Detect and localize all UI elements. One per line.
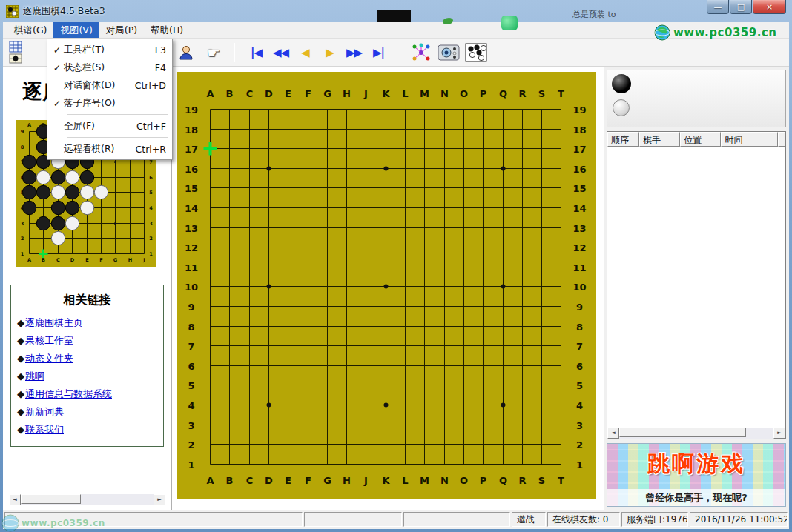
player-blue-icon[interactable] [174,41,198,64]
checkmark-icon: ✓ [50,62,64,73]
column-header-1[interactable]: 棋手 [639,132,680,147]
main-board-coordinate-label: 9 [188,301,194,312]
main-board[interactable]: AABBCCDDEEFFGGHHJJKKLLMMNNOOPPQQRRSSTT19… [177,72,596,499]
main-board-coordinate-label: 18 [185,124,198,135]
scrollbar-track[interactable] [619,428,773,439]
board-tool-icons[interactable] [9,41,22,64]
menu-item-3[interactable]: 帮助(H) [144,22,190,38]
main-board-coordinate-label: 1 [188,459,194,470]
maximize-button[interactable]: □ [730,0,752,14]
status-panel-3[interactable]: 邀战 [512,512,546,527]
main-board-coordinate-label: 17 [572,143,586,154]
link-row: ◆逐鹿围棋主页 [11,314,163,332]
main-board-coordinate-label: 8 [576,321,583,332]
menu-item-label: 落子序号(O) [64,97,159,110]
ad-banner[interactable]: 跳啊游戏 曾经你是高手，现在呢? [607,443,786,507]
scrollbar-thumb[interactable] [619,428,746,437]
main-board-coordinate-label: A [206,474,214,485]
sidebar-link-2[interactable]: 动态文件夹 [25,353,73,364]
main-board-coordinate-label: 10 [572,281,586,292]
main-board-coordinate-label: 18 [572,124,586,135]
main-board-coordinate-label: M [420,88,429,99]
view-menu-item-3[interactable]: ✓落子序号(O) [47,94,172,112]
status-panel-4: 在线棋友数: 0 [547,512,620,527]
main-board-coordinate-label: 5 [576,379,583,390]
stones-pattern-icon[interactable] [464,41,488,64]
network-icon[interactable] [409,41,433,64]
move-list-body[interactable] [607,147,785,428]
scroll-right-icon[interactable]: ► [773,428,785,439]
minimize-button[interactable]: — [707,0,729,14]
main-board-coordinate-label: B [226,88,234,99]
window-title: 逐鹿围棋4.5 Beta3 [23,5,105,18]
preview-board-coordinate-label: A [27,257,31,263]
main-board-coordinate-label: N [440,474,449,485]
nav-button-0[interactable]: |◀ [244,46,268,59]
sidebar-horizontal-scrollbar[interactable]: ◄ ► [9,494,165,505]
site-watermark: www.pc0359.cn [654,24,776,41]
column-header-0[interactable]: 顺序 [607,132,639,147]
menu-shortcut: F4 [155,62,166,73]
checkmark-icon: ✓ [50,98,64,109]
background-artifact-green [501,16,518,30]
main-board-coordinate-label: 13 [185,222,198,233]
nav-button-2[interactable]: ◀ [293,46,317,59]
app-icon [6,5,19,18]
sidebar-link-1[interactable]: 果核工作室 [25,335,73,346]
main-board-coordinate-label: 8 [188,321,194,332]
column-header-2[interactable]: 位置 [680,132,721,147]
sidebar-link-3[interactable]: 跳啊 [25,370,44,382]
view-menu-item-5[interactable]: 全屏(F)Ctrl+F [47,117,172,135]
main-board-coordinate-label: R [518,88,526,99]
preview-board-coordinate-label: B [42,122,45,128]
menu-separator [67,114,168,115]
main-board-coordinate-label: 10 [185,281,198,292]
menu-item-2[interactable]: 对局(P) [99,22,144,38]
view-menu-item-7[interactable]: 远程看棋(R)Ctrl+R [47,140,172,158]
main-board-coordinate-label: T [558,88,564,99]
nav-button-3[interactable]: ▶ [317,46,342,59]
hand-icon[interactable]: ☛ [202,41,225,64]
nav-button-1[interactable]: ◀◀ [268,46,293,59]
scroll-left-icon[interactable]: ◄ [607,428,619,439]
main-board-coordinate-label: D [265,474,273,485]
diamond-icon: ◆ [17,388,24,399]
main-board-coordinate-label: 13 [572,222,586,233]
nav-button-5[interactable]: ▶| [366,46,391,59]
main-board-coordinate-label: L [402,474,408,485]
sidebar-link-0[interactable]: 逐鹿围棋主页 [25,317,83,328]
preview-board-coordinate-label: 8 [21,144,24,150]
scrollbar-thumb[interactable] [21,494,81,504]
column-header-3[interactable]: 时间 [721,132,778,147]
preview-board-coordinate-label: 1 [21,251,24,257]
preview-board-coordinate-label: J [143,257,145,263]
view-menu-item-1[interactable]: ✓状态栏(S)F4 [47,59,172,76]
snapshot-icon[interactable] [437,41,461,64]
main-board-coordinate-label: T [558,474,564,485]
diamond-icon: ◆ [17,406,24,417]
sidebar-link-5[interactable]: 新新词典 [25,406,64,417]
main-board-coordinate-label: 16 [185,163,198,174]
menu-item-label: 对话窗体(D) [64,79,128,92]
move-list-header: 顺序棋手位置时间 [607,132,785,147]
move-list-horizontal-scrollbar[interactable]: ◄ ► [607,428,785,439]
black-stone-indicator [612,74,631,93]
scrollbar-track[interactable] [21,494,154,505]
main-board-coordinate-label: 4 [576,399,583,410]
scroll-right-icon[interactable]: ► [154,494,165,505]
preview-board-coordinate-label: 5 [149,190,153,196]
main-board-coordinate-label: D [265,88,273,99]
menu-item-0[interactable]: 棋谱(G) [7,22,53,38]
sidebar-link-4[interactable]: 通用信息与数据系统 [25,388,112,399]
sidebar-link-6[interactable]: 联系我们 [25,424,64,435]
main-board-coordinate-label: N [440,88,449,99]
main-board-grid[interactable] [177,72,596,499]
main-board-coordinate-label: 9 [576,301,583,312]
main-board-coordinate-label: 19 [185,104,198,115]
close-button[interactable]: × [753,0,786,14]
scroll-left-icon[interactable]: ◄ [9,494,21,505]
nav-button-4[interactable]: ▶▶ [342,46,366,59]
menu-item-1[interactable]: 视图(V) [53,22,99,38]
view-menu-item-2[interactable]: 对话窗体(D)Ctrl+D [47,76,172,94]
view-menu-item-0[interactable]: ✓工具栏(T)F3 [47,41,172,59]
